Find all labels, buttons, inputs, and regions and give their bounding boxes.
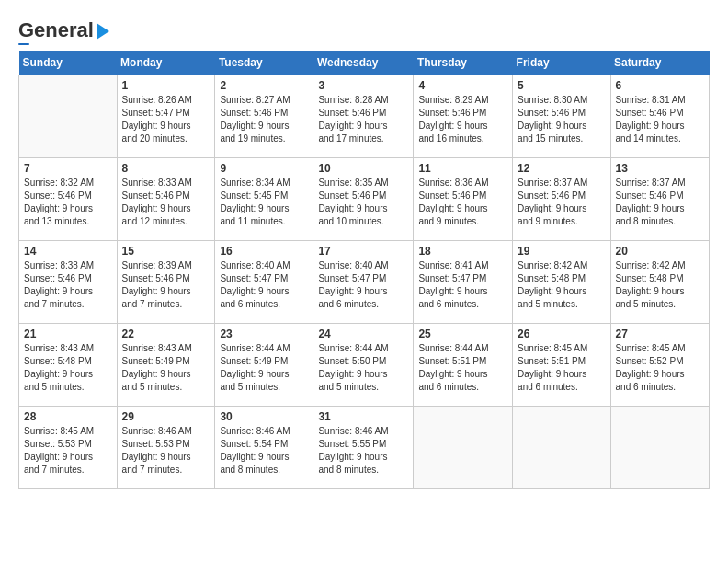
day-number: 7 [24, 162, 112, 175]
day-info: Sunrise: 8:39 AM Sunset: 5:46 PM Dayligh… [122, 259, 210, 311]
calendar-cell: 3Sunrise: 8:28 AM Sunset: 5:46 PM Daylig… [313, 75, 414, 158]
calendar-cell: 1Sunrise: 8:26 AM Sunset: 5:47 PM Daylig… [117, 75, 215, 158]
day-info: Sunrise: 8:44 AM Sunset: 5:49 PM Dayligh… [220, 342, 308, 394]
day-number: 20 [616, 245, 704, 258]
calendar-cell: 8Sunrise: 8:33 AM Sunset: 5:46 PM Daylig… [117, 158, 215, 241]
day-number: 18 [418, 245, 507, 258]
day-number: 6 [616, 79, 704, 92]
day-info: Sunrise: 8:43 AM Sunset: 5:49 PM Dayligh… [122, 342, 210, 394]
day-number: 31 [318, 410, 408, 423]
calendar-cell: 12Sunrise: 8:37 AM Sunset: 5:46 PM Dayli… [513, 158, 610, 241]
day-info: Sunrise: 8:34 AM Sunset: 5:45 PM Dayligh… [220, 177, 308, 228]
day-number: 14 [24, 245, 112, 258]
calendar-cell: 23Sunrise: 8:44 AM Sunset: 5:49 PM Dayli… [215, 324, 313, 407]
day-number: 16 [220, 245, 308, 258]
calendar-cell [610, 407, 709, 489]
day-number: 8 [122, 162, 210, 175]
calendar-cell: 2Sunrise: 8:27 AM Sunset: 5:46 PM Daylig… [215, 75, 313, 158]
calendar-table: SundayMondayTuesdayWednesdayThursdayFrid… [18, 51, 710, 489]
logo-blue [18, 43, 29, 45]
calendar-cell: 28Sunrise: 8:45 AM Sunset: 5:53 PM Dayli… [19, 407, 118, 489]
day-number: 15 [122, 245, 210, 258]
day-info: Sunrise: 8:46 AM Sunset: 5:53 PM Dayligh… [122, 425, 210, 477]
day-info: Sunrise: 8:45 AM Sunset: 5:52 PM Dayligh… [616, 342, 704, 394]
calendar-cell: 26Sunrise: 8:45 AM Sunset: 5:51 PM Dayli… [513, 324, 610, 407]
day-number: 29 [122, 410, 210, 423]
calendar-week-2: 7Sunrise: 8:32 AM Sunset: 5:46 PM Daylig… [19, 158, 710, 241]
calendar-cell [513, 407, 610, 489]
logo-general: General [18, 18, 94, 42]
day-info: Sunrise: 8:44 AM Sunset: 5:50 PM Dayligh… [318, 342, 408, 394]
calendar-cell: 10Sunrise: 8:35 AM Sunset: 5:46 PM Dayli… [313, 158, 414, 241]
day-number: 24 [318, 327, 408, 340]
logo-arrow-icon [97, 23, 109, 40]
calendar-cell [414, 407, 513, 489]
day-info: Sunrise: 8:26 AM Sunset: 5:47 PM Dayligh… [122, 94, 210, 145]
day-number: 3 [318, 79, 408, 92]
calendar-week-1: 1Sunrise: 8:26 AM Sunset: 5:47 PM Daylig… [19, 75, 710, 158]
day-number: 23 [220, 327, 308, 340]
day-number: 26 [518, 327, 605, 340]
day-info: Sunrise: 8:33 AM Sunset: 5:46 PM Dayligh… [122, 177, 210, 228]
day-number: 2 [220, 79, 308, 92]
calendar-cell: 24Sunrise: 8:44 AM Sunset: 5:50 PM Dayli… [313, 324, 414, 407]
weekday-header-tuesday: Tuesday [215, 51, 313, 75]
day-number: 21 [24, 327, 112, 340]
calendar-cell: 18Sunrise: 8:41 AM Sunset: 5:47 PM Dayli… [414, 241, 513, 324]
day-info: Sunrise: 8:38 AM Sunset: 5:46 PM Dayligh… [24, 259, 112, 311]
calendar-cell: 5Sunrise: 8:30 AM Sunset: 5:46 PM Daylig… [513, 75, 610, 158]
weekday-header-monday: Monday [117, 51, 215, 75]
day-number: 30 [220, 410, 308, 423]
day-info: Sunrise: 8:37 AM Sunset: 5:46 PM Dayligh… [616, 177, 704, 228]
calendar-cell [19, 75, 118, 158]
weekday-header-thursday: Thursday [414, 51, 513, 75]
day-info: Sunrise: 8:36 AM Sunset: 5:46 PM Dayligh… [418, 177, 507, 228]
calendar-cell: 16Sunrise: 8:40 AM Sunset: 5:47 PM Dayli… [215, 241, 313, 324]
day-number: 13 [616, 162, 704, 175]
day-info: Sunrise: 8:35 AM Sunset: 5:46 PM Dayligh… [318, 177, 408, 228]
calendar-cell: 21Sunrise: 8:43 AM Sunset: 5:48 PM Dayli… [19, 324, 118, 407]
calendar-cell: 11Sunrise: 8:36 AM Sunset: 5:46 PM Dayli… [414, 158, 513, 241]
calendar-cell: 30Sunrise: 8:46 AM Sunset: 5:54 PM Dayli… [215, 407, 313, 489]
weekday-header-sunday: Sunday [19, 51, 118, 75]
weekday-header-saturday: Saturday [610, 51, 709, 75]
day-number: 4 [418, 79, 507, 92]
day-number: 27 [616, 327, 704, 340]
day-info: Sunrise: 8:44 AM Sunset: 5:51 PM Dayligh… [418, 342, 507, 394]
day-info: Sunrise: 8:46 AM Sunset: 5:55 PM Dayligh… [318, 425, 408, 477]
day-number: 25 [418, 327, 507, 340]
day-number: 19 [518, 245, 605, 258]
day-info: Sunrise: 8:40 AM Sunset: 5:47 PM Dayligh… [318, 259, 408, 311]
calendar-cell: 29Sunrise: 8:46 AM Sunset: 5:53 PM Dayli… [117, 407, 215, 489]
calendar-cell: 13Sunrise: 8:37 AM Sunset: 5:46 PM Dayli… [610, 158, 709, 241]
calendar-cell: 20Sunrise: 8:42 AM Sunset: 5:48 PM Dayli… [610, 241, 709, 324]
weekday-header-friday: Friday [513, 51, 610, 75]
calendar-cell: 27Sunrise: 8:45 AM Sunset: 5:52 PM Dayli… [610, 324, 709, 407]
calendar-week-5: 28Sunrise: 8:45 AM Sunset: 5:53 PM Dayli… [19, 407, 710, 489]
day-info: Sunrise: 8:29 AM Sunset: 5:46 PM Dayligh… [418, 94, 507, 145]
day-number: 1 [122, 79, 210, 92]
calendar-cell: 22Sunrise: 8:43 AM Sunset: 5:49 PM Dayli… [117, 324, 215, 407]
day-number: 9 [220, 162, 308, 175]
day-info: Sunrise: 8:32 AM Sunset: 5:46 PM Dayligh… [24, 177, 112, 228]
day-number: 5 [518, 79, 605, 92]
day-info: Sunrise: 8:46 AM Sunset: 5:54 PM Dayligh… [220, 425, 308, 477]
day-info: Sunrise: 8:28 AM Sunset: 5:46 PM Dayligh… [318, 94, 408, 145]
calendar-cell: 6Sunrise: 8:31 AM Sunset: 5:46 PM Daylig… [610, 75, 709, 158]
day-number: 10 [318, 162, 408, 175]
calendar-cell: 31Sunrise: 8:46 AM Sunset: 5:55 PM Dayli… [313, 407, 414, 489]
calendar-cell: 19Sunrise: 8:42 AM Sunset: 5:48 PM Dayli… [513, 241, 610, 324]
day-info: Sunrise: 8:43 AM Sunset: 5:48 PM Dayligh… [24, 342, 112, 394]
calendar-cell: 9Sunrise: 8:34 AM Sunset: 5:45 PM Daylig… [215, 158, 313, 241]
day-number: 17 [318, 245, 408, 258]
day-info: Sunrise: 8:37 AM Sunset: 5:46 PM Dayligh… [518, 177, 605, 228]
calendar-week-3: 14Sunrise: 8:38 AM Sunset: 5:46 PM Dayli… [19, 241, 710, 324]
calendar-cell: 14Sunrise: 8:38 AM Sunset: 5:46 PM Dayli… [19, 241, 118, 324]
day-number: 11 [418, 162, 507, 175]
page-header: General [18, 18, 710, 45]
day-info: Sunrise: 8:42 AM Sunset: 5:48 PM Dayligh… [518, 259, 605, 311]
day-info: Sunrise: 8:41 AM Sunset: 5:47 PM Dayligh… [418, 259, 507, 311]
calendar-cell: 4Sunrise: 8:29 AM Sunset: 5:46 PM Daylig… [414, 75, 513, 158]
day-info: Sunrise: 8:30 AM Sunset: 5:46 PM Dayligh… [518, 94, 605, 145]
day-info: Sunrise: 8:27 AM Sunset: 5:46 PM Dayligh… [220, 94, 308, 145]
